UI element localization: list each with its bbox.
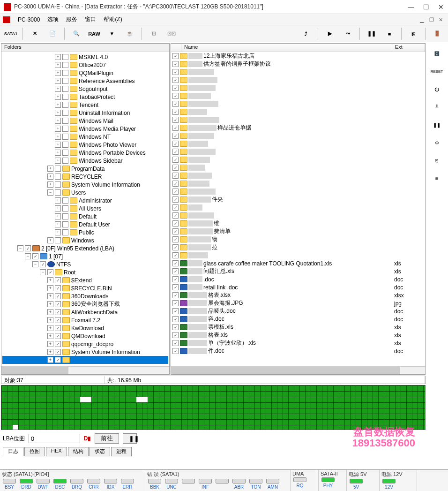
list-item[interactable]: ✓件.docdoc: [171, 347, 425, 355]
list-checkbox[interactable]: ✓: [172, 308, 179, 314]
list-checkbox[interactable]: ✓: [172, 69, 179, 75]
col-ext[interactable]: Ext: [392, 44, 425, 52]
list-checkbox[interactable]: ✓: [172, 117, 179, 123]
tree-checkbox[interactable]: ✓: [55, 333, 61, 339]
lba-go-button[interactable]: 前往: [95, 433, 119, 444]
side-tool1-button[interactable]: ⚙: [429, 136, 444, 149]
minimize-button[interactable]: —: [408, 4, 414, 10]
col-name[interactable]: Name: [181, 44, 392, 52]
mdi-restore[interactable]: ❐: [429, 17, 436, 23]
tree-item[interactable]: +✓360Downloads: [2, 292, 168, 300]
expander-icon[interactable]: +: [55, 126, 61, 132]
tree-checkbox[interactable]: [62, 229, 68, 235]
expander-icon[interactable]: +: [47, 237, 53, 243]
tree-item[interactable]: +Windows Portable Devices: [2, 149, 168, 157]
tree-checkbox[interactable]: ✓: [55, 325, 61, 331]
list-checkbox[interactable]: ✓: [172, 181, 179, 187]
list-checkbox[interactable]: ✓: [172, 173, 179, 179]
list-item[interactable]: ✓维: [171, 219, 425, 227]
graph2-button[interactable]: ⊡⊡: [164, 27, 179, 41]
sata-button[interactable]: SATA1: [3, 27, 19, 41]
expander-icon[interactable]: +: [55, 86, 61, 92]
tree-item[interactable]: +Tencent: [2, 101, 168, 109]
list-checkbox[interactable]: ✓: [172, 53, 179, 59]
tree-item[interactable]: +Windows Sidebar: [2, 157, 168, 165]
close-button[interactable]: ✕: [438, 4, 444, 10]
tree-checkbox[interactable]: [62, 142, 68, 148]
list-checkbox[interactable]: ✓: [172, 61, 179, 67]
expander-icon[interactable]: +: [47, 349, 53, 355]
list-checkbox[interactable]: ✓: [172, 77, 179, 83]
expander-icon[interactable]: −: [17, 245, 23, 251]
list-item[interactable]: ✓: [171, 164, 425, 172]
list-item[interactable]: ✓: [171, 180, 425, 188]
expander-icon[interactable]: −: [40, 269, 46, 275]
drive-icon[interactable]: 🗄️: [429, 47, 444, 60]
tools-button[interactable]: ✕: [27, 27, 43, 41]
tab-bitmap[interactable]: 位图: [24, 447, 45, 456]
tree-checkbox[interactable]: ✓: [32, 253, 38, 259]
expander-icon[interactable]: +: [55, 134, 61, 140]
expander-icon[interactable]: +: [55, 110, 61, 116]
play-button[interactable]: ▶: [322, 27, 338, 41]
list-item[interactable]: ✓格表.xlsxxlsx: [171, 291, 425, 299]
cup-button[interactable]: ☕: [122, 27, 138, 41]
scope-button[interactable]: ╨: [429, 100, 444, 113]
mdi-minimize[interactable]: ▁: [420, 17, 426, 23]
list-checkbox[interactable]: ✓: [172, 165, 179, 171]
list-hscrollbar[interactable]: [171, 366, 425, 374]
tree-item[interactable]: +SogouInput: [2, 85, 168, 93]
tree-hscrollbar[interactable]: [1, 366, 169, 374]
list-checkbox[interactable]: ✓: [172, 316, 179, 322]
copy-button[interactable]: ⎘: [405, 27, 421, 41]
tree-item[interactable]: +ProgramData: [2, 165, 168, 173]
list-checkbox[interactable]: ✓: [172, 268, 179, 274]
expander-icon[interactable]: +: [55, 94, 61, 100]
tree-checkbox[interactable]: [62, 102, 68, 108]
list-checkbox[interactable]: ✓: [172, 252, 179, 258]
expander-icon[interactable]: +: [55, 229, 61, 235]
tree-item[interactable]: −Users: [2, 189, 168, 196]
filter-button[interactable]: ▾: [104, 27, 120, 41]
tree-checkbox[interactable]: [62, 197, 68, 204]
lba-marker-icon[interactable]: D▮: [84, 435, 91, 442]
tree-item[interactable]: +Office2007: [2, 61, 168, 69]
list-item[interactable]: ✓: [171, 148, 425, 156]
list-item[interactable]: ✓: [171, 172, 425, 180]
lba-pause-button[interactable]: ❚❚: [123, 433, 137, 444]
list-item[interactable]: ✓样品进仓单据: [171, 124, 425, 132]
raw-button[interactable]: RAW: [86, 27, 102, 41]
tree-checkbox[interactable]: [62, 205, 68, 212]
sector-map[interactable]: [1, 385, 426, 430]
list-checkbox[interactable]: ✓: [172, 276, 179, 282]
tree-item[interactable]: +✓AliWorkbenchData: [2, 308, 168, 316]
list-item[interactable]: ✓容.docdoc: [171, 315, 425, 323]
side-pause-button[interactable]: ❚❚: [429, 118, 444, 131]
list-item[interactable]: ✓: [171, 188, 425, 196]
list-item[interactable]: ✓: [171, 68, 425, 76]
list-checkbox[interactable]: ✓: [172, 157, 179, 163]
list-checkbox[interactable]: ✓: [172, 332, 179, 338]
list-item[interactable]: ✓: [171, 251, 425, 259]
menu-help[interactable]: 帮助(Z): [100, 15, 126, 23]
tree-checkbox[interactable]: ✓: [55, 317, 61, 323]
list-checkbox[interactable]: ✓: [172, 340, 179, 346]
tree-item[interactable]: −✓1 [07]: [2, 252, 168, 260]
tree-checkbox[interactable]: [62, 78, 68, 84]
expander-icon[interactable]: +: [55, 197, 61, 204]
tree-checkbox[interactable]: [62, 110, 68, 116]
tree-container[interactable]: +MSXML 4.0+Office2007+QQMailPlugin+Refer…: [1, 52, 169, 366]
tree-checkbox[interactable]: [62, 213, 68, 219]
tree-checkbox[interactable]: [62, 54, 68, 60]
tree-item[interactable]: +✓360安全浏览器下载: [2, 300, 168, 308]
step-button[interactable]: ⤳: [340, 27, 356, 41]
search-button[interactable]: 🔍: [68, 27, 84, 41]
list-item[interactable]: ✓: [171, 156, 425, 164]
tree-item[interactable]: +✓KwDownload: [2, 324, 168, 332]
tree-checkbox[interactable]: [62, 150, 68, 156]
tree-checkbox[interactable]: [62, 86, 68, 92]
expander-icon[interactable]: −: [47, 189, 53, 196]
tree-checkbox[interactable]: [62, 94, 68, 100]
tree-checkbox[interactable]: [62, 62, 68, 68]
expander-icon[interactable]: +: [47, 181, 53, 188]
